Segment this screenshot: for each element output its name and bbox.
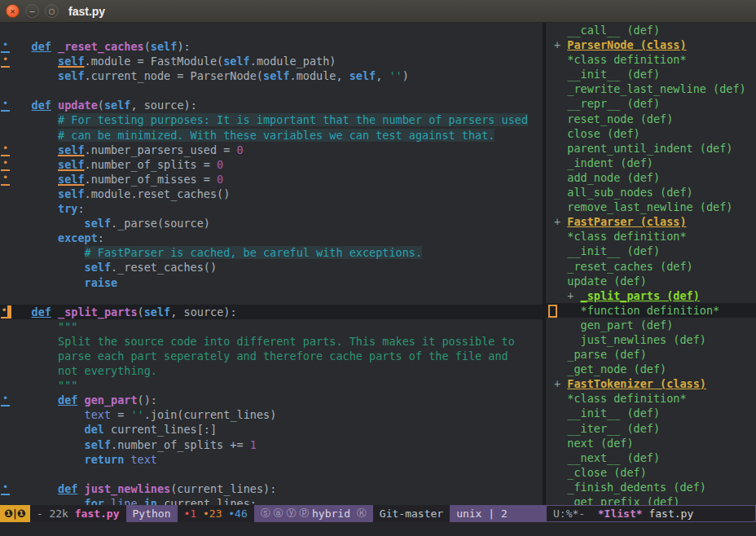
code-line[interactable]: raise [0, 275, 543, 290]
code-line[interactable] [0, 290, 543, 305]
imenu-list-panel[interactable]: __call__ (def)+ ParserNode (class) *clas… [546, 23, 756, 505]
code-token [5, 113, 58, 126]
code-line[interactable]: try: [0, 201, 543, 216]
close-icon[interactable]: ✕ [6, 4, 20, 18]
imenu-item[interactable]: remove_last_newline (def) [546, 200, 756, 214]
code-line[interactable] [0, 467, 543, 481]
editor-modeline: ❶|❶- 22k fast.pyPython•1 •23 •46ⓢ ⓐ ⓨ ⓟ … [0, 505, 546, 522]
current-line-dot-icon: • [1, 305, 7, 319]
code-line[interactable] [0, 83, 543, 98]
imenu-item[interactable]: *class definition* [546, 52, 756, 67]
imenu-item[interactable]: _get_prefix (def) [546, 494, 756, 505]
code-line[interactable]: # FastParser is cached, be careful with … [0, 245, 543, 260]
code-line[interactable]: except: [0, 231, 543, 245]
modeline-text: hybrid [312, 507, 357, 520]
imenu-item[interactable]: + FastTokenizer (class) [546, 376, 756, 391]
code-line[interactable]: • self.number_parsers_used = 0 [0, 143, 543, 157]
code-line[interactable]: for line in current_lines: [0, 496, 543, 505]
imenu-item[interactable]: + FastParser (class) [546, 214, 756, 229]
code-token: try [58, 202, 77, 215]
modeline-segment-flycheck-counts[interactable]: •1 •23 •46 [178, 505, 254, 522]
code-token: # FastParser is cached, be careful with … [85, 246, 423, 259]
modeline-segment-window-number[interactable]: ❶|❶ [0, 505, 30, 522]
imenu-item[interactable]: *function definition* [546, 303, 756, 318]
imenu-item-label: ParserNode (class) [567, 38, 686, 51]
modeline-segment-minor-modes[interactable]: ⓢ ⓐ ⓨ ⓟ hybrid Ⓚ [254, 505, 373, 522]
code-token: , source): [130, 99, 196, 112]
imenu-item[interactable]: __call__ (def) [546, 23, 756, 37]
code-line[interactable]: return text [0, 452, 543, 467]
imenu-item[interactable]: __init__ (def) [546, 406, 756, 420]
code-line[interactable]: del current_lines[:] [0, 422, 543, 437]
imenu-item[interactable]: add_node (def) [546, 170, 756, 185]
code-line[interactable]: self._reset_caches() [0, 260, 543, 275]
expand-icon[interactable]: + [554, 377, 567, 390]
imenu-item[interactable]: just_newlines (def) [546, 332, 756, 347]
imenu-item[interactable]: + ParserNode (class) [546, 37, 756, 52]
imenu-item[interactable]: _finish_dedents (def) [546, 480, 756, 494]
code-token [5, 55, 58, 68]
imenu-item[interactable]: + _split_parts (def) [546, 288, 756, 303]
code-editor-buffer[interactable]: • def _reset_caches(self):• self.module … [0, 23, 546, 505]
code-line[interactable]: self.module.reset_caches() [0, 187, 543, 201]
expand-icon[interactable]: + [554, 38, 567, 51]
code-line[interactable]: self.number_of_splits += 1 [0, 437, 543, 452]
code-line[interactable]: Split the source code into different par… [0, 334, 543, 349]
imenu-item[interactable]: __init__ (def) [546, 244, 756, 258]
code-line[interactable]: • def _split_parts(self, source): [0, 305, 543, 319]
code-line[interactable]: self.current_node = ParserNode(self.modu… [0, 68, 543, 83]
imenu-item[interactable]: *class definition* [546, 391, 756, 406]
code-line[interactable]: # For testing purposes: It is important … [0, 112, 543, 127]
minimize-icon[interactable]: – [25, 4, 39, 18]
imenu-item-label: __call__ (def) [567, 24, 660, 37]
code-line[interactable]: self._parse(source) [0, 216, 543, 231]
code-token: .number_of_splits = [85, 158, 218, 171]
code-line[interactable]: • self.number_of_splits = 0 [0, 157, 543, 172]
imenu-item[interactable]: *class definition* [546, 229, 756, 244]
code-line[interactable]: • def _reset_caches(self): [0, 39, 543, 54]
code-line[interactable]: • def update(self, source): [0, 98, 543, 112]
code-line[interactable]: text = ''.join(current_lines) [0, 407, 543, 422]
imenu-item[interactable]: _rewrite_last_newline (def) [546, 81, 756, 96]
window-title: fast.py [68, 5, 105, 18]
imenu-item[interactable]: close (def) [546, 126, 756, 141]
imenu-item[interactable]: gen_part (def) [546, 318, 756, 332]
imenu-item[interactable]: __next__ (def) [546, 450, 756, 465]
imenu-item[interactable]: __repr__ (def) [546, 96, 756, 111]
maximize-icon[interactable]: ▢ [45, 4, 59, 18]
code-token: return [85, 453, 125, 466]
code-line[interactable]: • def gen_part(): [0, 393, 543, 407]
expand-icon[interactable]: + [567, 289, 580, 302]
code-line[interactable]: parse each part seperately and therefore… [0, 349, 543, 363]
imenu-item[interactable]: _get_node (def) [546, 362, 756, 376]
code-line[interactable]: """ [0, 378, 543, 393]
imenu-item[interactable]: _indent (def) [546, 156, 756, 170]
imenu-item[interactable]: __init__ (def) [546, 67, 756, 81]
imenu-item[interactable]: _close (def) [546, 465, 756, 480]
imenu-item[interactable]: all_sub_nodes (def) [546, 185, 756, 200]
modeline-segment-encoding-position[interactable]: unix | 2 [450, 505, 546, 522]
code-line[interactable]: • self.module = FastModule(self.module_p… [0, 54, 543, 68]
imenu-item[interactable]: parent_until_indent (def) [546, 141, 756, 156]
imenu-item[interactable]: __iter__ (def) [546, 421, 756, 436]
modeline-segment-buffer-info[interactable]: - 22k fast.py [30, 505, 126, 522]
imenu-item[interactable]: _reset_caches (def) [546, 259, 756, 274]
code-line[interactable]: """ [0, 319, 543, 334]
code-token: .number_parsers_used = [85, 143, 237, 156]
code-token: self [144, 305, 171, 319]
imenu-item[interactable]: _parse (def) [546, 347, 756, 362]
code-line[interactable]: • def just_newlines(current_lines): [0, 481, 543, 496]
imenu-item[interactable]: reset_node (def) [546, 112, 756, 126]
modeline-segment-major-mode[interactable]: Python [126, 505, 178, 522]
code-token: .module_path) [250, 55, 336, 68]
code-line[interactable]: # can be minimized. With these variables… [0, 128, 543, 143]
imenu-item-label: __repr__ (def) [567, 97, 660, 110]
modeline-segment-git-branch[interactable]: Git-master [373, 505, 450, 522]
code-token [77, 393, 84, 406]
imenu-item[interactable]: next (def) [546, 436, 756, 450]
imenu-item[interactable]: update (def) [546, 274, 756, 288]
code-token [5, 246, 85, 259]
expand-icon[interactable]: + [554, 215, 567, 228]
code-line[interactable]: not everything. [0, 363, 543, 378]
code-line[interactable]: • self.number_of_misses = 0 [0, 172, 543, 187]
